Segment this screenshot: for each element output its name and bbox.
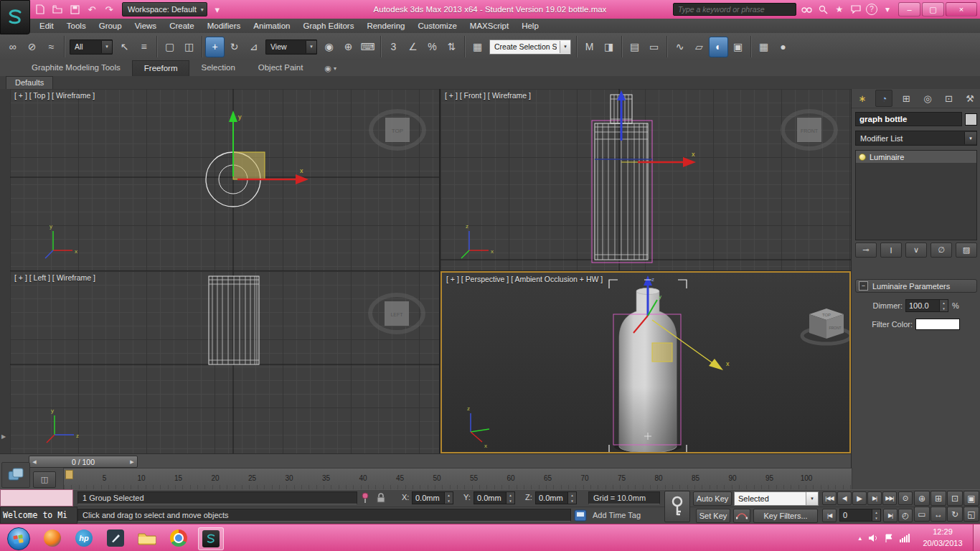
make-unique-icon[interactable]: ∨ — [905, 242, 927, 258]
save-file-icon[interactable] — [67, 3, 82, 16]
menu-rendering[interactable]: Rendering — [360, 19, 411, 33]
time-slider-track[interactable]: ◀ 0 / 100 ▶ — [0, 453, 851, 468]
close-button[interactable]: × — [946, 2, 977, 17]
edit-named-selection-sets-icon[interactable]: ▦ — [468, 37, 487, 57]
search-binoculars-icon[interactable] — [800, 3, 813, 16]
pan-view-icon[interactable]: ↔ — [930, 507, 946, 522]
select-and-move-icon[interactable]: + — [205, 37, 225, 57]
key-mode-dropdown[interactable]: Selected ▾ — [734, 491, 819, 506]
ribbon-tab-selection[interactable]: Selection — [189, 60, 246, 76]
x-coordinate-field[interactable]: 0.0mm ▴▾ — [412, 491, 453, 504]
quick-access-overflow-icon[interactable]: ▾ — [210, 3, 225, 16]
menu-create[interactable]: Create — [163, 19, 201, 33]
viewport-front-label[interactable]: [ + ] [ Front ] [ Wireframe ] — [445, 91, 531, 100]
menu-group[interactable]: Group — [93, 19, 128, 33]
zoom-region-icon[interactable]: ▭ — [914, 507, 930, 522]
viewport-front[interactable]: [ + ] [ Front ] [ Wireframe ] x — [440, 89, 851, 270]
defaults-tab[interactable]: Defaults — [6, 76, 53, 89]
frame-forward-icon[interactable]: ▶ — [127, 459, 137, 465]
luminaire-parameters-rollout[interactable]: − Luminaire Parameters — [855, 279, 977, 293]
mirror-icon[interactable]: M — [580, 37, 599, 57]
taskbar-hp-icon[interactable]: hp — [72, 527, 96, 549]
modifier-stack[interactable]: Luminaire — [855, 150, 977, 240]
viewcube-perspective[interactable]: TOP FRONT — [802, 309, 849, 344]
current-frame-marker[interactable] — [65, 470, 73, 479]
set-keys-button[interactable] — [664, 491, 690, 522]
bind-to-space-warp-icon[interactable]: ≈ — [42, 37, 61, 57]
track-bar[interactable]: 5101520253035404550556065707580859095100 — [63, 468, 852, 491]
select-and-rotate-icon[interactable]: ↻ — [225, 37, 244, 57]
select-object-icon[interactable]: ↖ — [115, 37, 134, 57]
remove-modifier-icon[interactable]: ∅ — [930, 242, 952, 258]
object-name-field[interactable]: graph bottle — [855, 112, 962, 126]
viewport-left-label[interactable]: [ + ] [ Left ] [ Wireframe ] — [14, 273, 95, 282]
viewcube-left[interactable]: LEFT — [370, 295, 423, 332]
menu-views[interactable]: Views — [128, 19, 163, 33]
infocenter-search-input[interactable] — [673, 3, 796, 16]
undo-icon[interactable]: ↶ — [85, 3, 99, 16]
snaps-toggle-icon[interactable]: 3 — [384, 37, 403, 57]
schematic-view-icon[interactable]: ▱ — [689, 37, 709, 57]
frame-back-icon[interactable]: ◀ — [29, 459, 39, 465]
auto-key-button[interactable]: Auto Key — [693, 491, 732, 506]
modify-tab-icon[interactable]: ◔ — [875, 90, 892, 107]
next-frame-button[interactable]: ▶| — [867, 491, 882, 505]
viewport-top-label[interactable]: [ + ] [ Top ] [ Wireframe ] — [14, 91, 95, 100]
viewcube-top[interactable]: TOP — [371, 111, 424, 149]
z-coordinate-field[interactable]: 0.0mm ▴▾ — [535, 491, 577, 504]
create-tab-icon[interactable]: ∗ — [854, 90, 870, 106]
new-scene-icon[interactable] — [33, 3, 47, 16]
current-frame-value[interactable]: 0 — [840, 511, 872, 519]
ribbon-tab-freeform[interactable]: Freeform — [132, 60, 190, 76]
taskbar-firefox-icon[interactable] — [40, 527, 65, 549]
select-and-manipulate-icon[interactable]: ⊕ — [339, 37, 358, 57]
material-editor-icon[interactable]: ◐ — [709, 37, 728, 57]
object-color-swatch[interactable] — [965, 113, 977, 126]
dimmer-value[interactable]: 100.0 — [906, 301, 939, 310]
modifier-stack-item[interactable]: Luminaire — [856, 151, 976, 163]
menu-modifiers[interactable]: Modifiers — [201, 19, 248, 33]
key-filters-button[interactable]: Key Filters... — [753, 509, 818, 523]
viewport-perspective-label[interactable]: [ + ] [ Perspective ] [ Ambient Occlusio… — [446, 275, 603, 283]
align-icon[interactable]: ◨ — [599, 37, 618, 57]
render-setup-icon[interactable]: ▣ — [728, 37, 748, 57]
hierarchy-tab-icon[interactable]: ⊞ — [898, 90, 914, 106]
menu-graph-editors[interactable]: Graph Editors — [296, 19, 360, 33]
select-and-uniform-scale-icon[interactable]: ⊿ — [244, 37, 263, 57]
application-menu-button[interactable] — [0, 0, 30, 34]
keyboard-shortcut-override-icon[interactable]: ⌨ — [358, 37, 377, 57]
curve-editor-icon[interactable]: ∿ — [670, 37, 689, 57]
utilities-tab-icon[interactable]: ⚒ — [962, 90, 978, 106]
default-tangents-icon[interactable] — [733, 509, 750, 523]
current-frame-field[interactable]: 0 ▴▾ — [839, 509, 881, 522]
layout-flyout-arrow-icon[interactable]: ▶ — [1, 433, 6, 440]
zoom-extents-icon[interactable]: ⊡ — [947, 491, 963, 506]
rectangular-selection-region-icon[interactable]: ▢ — [160, 37, 179, 57]
taskbar-clock[interactable]: 12:29 20/03/2013 — [914, 526, 971, 550]
mini-listener-pane[interactable]: Welcome to Mi — [0, 507, 77, 524]
modifier-list-dropdown[interactable]: Modifier List ▾ — [855, 131, 977, 146]
angle-snap-toggle-icon[interactable]: ∠ — [403, 37, 423, 57]
macro-recorder-pane[interactable] — [0, 489, 73, 507]
ribbon-tab-graphite-modeling-tools[interactable]: Graphite Modeling Tools — [20, 60, 132, 76]
volume-icon[interactable] — [868, 534, 878, 542]
window-crossing-toggle-icon[interactable]: ◫ — [179, 37, 199, 57]
viewport-left[interactable]: [ + ] [ Left ] [ Wireframe ] LEFT y — [10, 271, 439, 453]
communication-bubble-icon[interactable] — [849, 3, 862, 16]
zoom-extents-all-icon[interactable]: ▣ — [963, 491, 979, 506]
time-slider-handle[interactable]: ◀ 0 / 100 ▶ — [29, 456, 138, 468]
selection-pin-icon[interactable] — [360, 492, 370, 504]
previous-frame-button[interactable]: ◀| — [837, 491, 852, 505]
menu-customize[interactable]: Customize — [411, 19, 463, 33]
go-to-start-button[interactable]: |◀◀ — [822, 491, 837, 505]
spinner-arrows[interactable]: ▴▾ — [567, 492, 576, 504]
spinner-arrows[interactable]: ▴▾ — [506, 492, 514, 504]
zoom-all-icon[interactable]: ⊞ — [930, 491, 946, 506]
key-mode-toggle-icon[interactable]: ⊙ — [898, 491, 913, 505]
filter-color-swatch[interactable] — [915, 319, 960, 330]
spinner-snap-toggle-icon[interactable]: ⇅ — [442, 37, 461, 57]
redo-icon[interactable]: ↷ — [102, 3, 116, 16]
zoom-icon[interactable]: ⊕ — [914, 491, 930, 506]
menu-help[interactable]: Help — [515, 19, 545, 33]
add-time-tag[interactable]: Add Time Tag — [593, 511, 641, 519]
